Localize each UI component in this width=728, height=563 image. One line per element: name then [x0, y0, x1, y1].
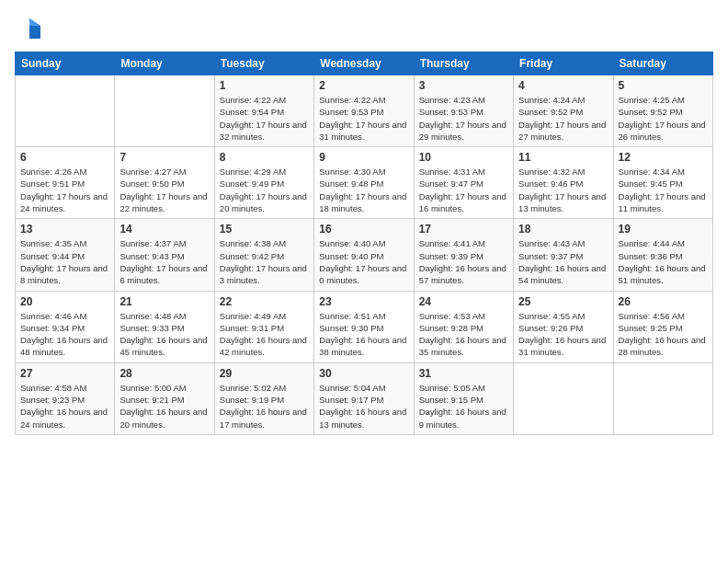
- day-number: 15: [220, 223, 309, 236]
- day-number: 20: [20, 295, 109, 308]
- calendar-day-cell: 29Sunrise: 5:02 AM Sunset: 9:19 PM Dayli…: [214, 362, 313, 434]
- calendar-day-cell: 15Sunrise: 4:38 AM Sunset: 9:42 PM Dayli…: [214, 219, 313, 291]
- calendar-day-cell: 8Sunrise: 4:29 AM Sunset: 9:49 PM Daylig…: [214, 147, 313, 219]
- calendar-day-cell: 10Sunrise: 4:31 AM Sunset: 9:47 PM Dayli…: [414, 147, 513, 219]
- day-number: 30: [319, 367, 408, 380]
- day-number: 10: [419, 151, 508, 164]
- day-number: 1: [220, 79, 309, 92]
- day-sun-info: Sunrise: 4:53 AM Sunset: 9:28 PM Dayligh…: [419, 310, 508, 359]
- day-number: 28: [119, 367, 209, 380]
- calendar-day-cell: [514, 362, 613, 434]
- calendar-day-cell: 14Sunrise: 4:37 AM Sunset: 9:43 PM Dayli…: [115, 219, 214, 291]
- day-sun-info: Sunrise: 4:34 AM Sunset: 9:45 PM Dayligh…: [619, 166, 708, 214]
- day-sun-info: Sunrise: 4:35 AM Sunset: 9:44 PM Dayligh…: [20, 237, 109, 286]
- day-number: 26: [619, 295, 708, 308]
- calendar-day-cell: 27Sunrise: 4:58 AM Sunset: 9:23 PM Dayli…: [16, 362, 115, 434]
- calendar-day-cell: 19Sunrise: 4:44 AM Sunset: 9:36 PM Dayli…: [613, 219, 712, 291]
- day-number: 14: [119, 223, 209, 236]
- day-sun-info: Sunrise: 4:51 AM Sunset: 9:30 PM Dayligh…: [319, 310, 408, 359]
- calendar-week-row: 6Sunrise: 4:26 AM Sunset: 9:51 PM Daylig…: [16, 147, 713, 219]
- day-sun-info: Sunrise: 5:05 AM Sunset: 9:15 PM Dayligh…: [419, 382, 508, 431]
- calendar-day-cell: 9Sunrise: 4:30 AM Sunset: 9:48 PM Daylig…: [314, 147, 414, 219]
- day-number: 3: [419, 79, 508, 92]
- svg-marker-1: [29, 18, 40, 26]
- calendar-day-cell: 4Sunrise: 4:24 AM Sunset: 9:52 PM Daylig…: [514, 75, 613, 147]
- day-sun-info: Sunrise: 4:55 AM Sunset: 9:26 PM Dayligh…: [518, 310, 608, 359]
- day-number: 2: [319, 79, 408, 92]
- day-number: 12: [619, 151, 708, 164]
- day-sun-info: Sunrise: 4:22 AM Sunset: 9:54 PM Dayligh…: [220, 94, 309, 143]
- day-of-week-header: Saturday: [613, 52, 712, 75]
- calendar-day-cell: 2Sunrise: 4:22 AM Sunset: 9:53 PM Daylig…: [314, 75, 414, 147]
- calendar-week-row: 13Sunrise: 4:35 AM Sunset: 9:44 PM Dayli…: [16, 219, 713, 291]
- day-number: 31: [419, 367, 508, 380]
- calendar-day-cell: 7Sunrise: 4:27 AM Sunset: 9:50 PM Daylig…: [115, 147, 214, 219]
- day-sun-info: Sunrise: 4:49 AM Sunset: 9:31 PM Dayligh…: [220, 310, 309, 359]
- day-sun-info: Sunrise: 4:43 AM Sunset: 9:37 PM Dayligh…: [518, 237, 608, 286]
- day-number: 24: [419, 295, 508, 308]
- day-sun-info: Sunrise: 4:24 AM Sunset: 9:52 PM Dayligh…: [518, 94, 608, 143]
- day-sun-info: Sunrise: 4:23 AM Sunset: 9:53 PM Dayligh…: [419, 94, 508, 143]
- day-sun-info: Sunrise: 4:31 AM Sunset: 9:47 PM Dayligh…: [419, 166, 508, 214]
- day-number: 18: [518, 223, 608, 236]
- day-sun-info: Sunrise: 4:37 AM Sunset: 9:43 PM Dayligh…: [119, 237, 209, 286]
- day-number: 4: [518, 79, 608, 92]
- calendar-table: SundayMondayTuesdayWednesdayThursdayFrid…: [15, 52, 713, 435]
- day-sun-info: Sunrise: 4:58 AM Sunset: 9:23 PM Dayligh…: [20, 382, 109, 431]
- calendar-week-row: 20Sunrise: 4:46 AM Sunset: 9:34 PM Dayli…: [16, 291, 713, 362]
- day-sun-info: Sunrise: 4:48 AM Sunset: 9:33 PM Dayligh…: [119, 310, 209, 359]
- day-of-week-header: Wednesday: [314, 52, 414, 75]
- calendar-day-cell: 12Sunrise: 4:34 AM Sunset: 9:45 PM Dayli…: [613, 147, 712, 219]
- calendar-week-row: 27Sunrise: 4:58 AM Sunset: 9:23 PM Dayli…: [16, 362, 713, 434]
- day-sun-info: Sunrise: 4:32 AM Sunset: 9:46 PM Dayligh…: [518, 166, 608, 214]
- calendar-day-cell: [16, 75, 115, 147]
- calendar-day-cell: 30Sunrise: 5:04 AM Sunset: 9:17 PM Dayli…: [314, 362, 414, 434]
- calendar-day-cell: 6Sunrise: 4:26 AM Sunset: 9:51 PM Daylig…: [16, 147, 115, 219]
- day-sun-info: Sunrise: 4:27 AM Sunset: 9:50 PM Dayligh…: [119, 166, 209, 214]
- day-sun-info: Sunrise: 4:25 AM Sunset: 9:52 PM Dayligh…: [619, 94, 708, 143]
- day-sun-info: Sunrise: 4:41 AM Sunset: 9:39 PM Dayligh…: [419, 237, 508, 286]
- page-header: [15, 15, 713, 44]
- day-sun-info: Sunrise: 4:26 AM Sunset: 9:51 PM Dayligh…: [20, 166, 109, 214]
- day-number: 7: [119, 151, 209, 164]
- day-number: 16: [319, 223, 408, 236]
- calendar-day-cell: 23Sunrise: 4:51 AM Sunset: 9:30 PM Dayli…: [314, 291, 414, 362]
- day-sun-info: Sunrise: 4:46 AM Sunset: 9:34 PM Dayligh…: [20, 310, 109, 359]
- day-number: 19: [619, 223, 708, 236]
- day-of-week-header: Sunday: [16, 52, 115, 75]
- calendar-day-cell: 5Sunrise: 4:25 AM Sunset: 9:52 PM Daylig…: [613, 75, 712, 147]
- calendar-day-cell: 13Sunrise: 4:35 AM Sunset: 9:44 PM Dayli…: [16, 219, 115, 291]
- calendar-header-row: SundayMondayTuesdayWednesdayThursdayFrid…: [16, 52, 713, 75]
- logo-icon: [15, 15, 44, 44]
- day-number: 23: [319, 295, 408, 308]
- calendar-day-cell: 22Sunrise: 4:49 AM Sunset: 9:31 PM Dayli…: [214, 291, 313, 362]
- calendar-day-cell: 20Sunrise: 4:46 AM Sunset: 9:34 PM Dayli…: [16, 291, 115, 362]
- day-number: 9: [319, 151, 408, 164]
- calendar-day-cell: 31Sunrise: 5:05 AM Sunset: 9:15 PM Dayli…: [414, 362, 513, 434]
- day-sun-info: Sunrise: 4:29 AM Sunset: 9:49 PM Dayligh…: [220, 166, 309, 214]
- calendar-day-cell: 21Sunrise: 4:48 AM Sunset: 9:33 PM Dayli…: [115, 291, 214, 362]
- day-number: 8: [220, 151, 309, 164]
- day-number: 29: [220, 367, 309, 380]
- calendar-day-cell: 24Sunrise: 4:53 AM Sunset: 9:28 PM Dayli…: [414, 291, 513, 362]
- day-sun-info: Sunrise: 4:38 AM Sunset: 9:42 PM Dayligh…: [220, 237, 309, 286]
- calendar-day-cell: 17Sunrise: 4:41 AM Sunset: 9:39 PM Dayli…: [414, 219, 513, 291]
- day-sun-info: Sunrise: 4:44 AM Sunset: 9:36 PM Dayligh…: [619, 237, 708, 286]
- calendar-day-cell: [613, 362, 712, 434]
- logo: [15, 15, 48, 44]
- day-number: 11: [518, 151, 608, 164]
- day-of-week-header: Friday: [514, 52, 613, 75]
- day-sun-info: Sunrise: 5:00 AM Sunset: 9:21 PM Dayligh…: [119, 382, 209, 431]
- calendar-day-cell: 11Sunrise: 4:32 AM Sunset: 9:46 PM Dayli…: [514, 147, 613, 219]
- calendar-day-cell: 26Sunrise: 4:56 AM Sunset: 9:25 PM Dayli…: [613, 291, 712, 362]
- day-number: 17: [419, 223, 508, 236]
- day-number: 25: [518, 295, 608, 308]
- day-number: 6: [20, 151, 109, 164]
- day-sun-info: Sunrise: 5:04 AM Sunset: 9:17 PM Dayligh…: [319, 382, 408, 431]
- day-number: 21: [119, 295, 209, 308]
- day-number: 27: [20, 367, 109, 380]
- day-number: 22: [220, 295, 309, 308]
- day-sun-info: Sunrise: 5:02 AM Sunset: 9:19 PM Dayligh…: [220, 382, 309, 431]
- day-of-week-header: Tuesday: [214, 52, 313, 75]
- calendar-day-cell: 28Sunrise: 5:00 AM Sunset: 9:21 PM Dayli…: [115, 362, 214, 434]
